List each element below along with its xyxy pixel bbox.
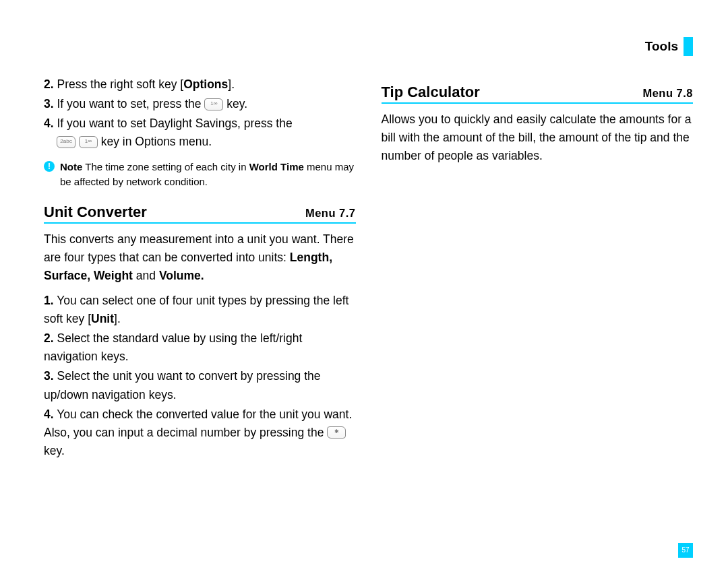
note-text: Note The time zone setting of each city … [60, 160, 356, 190]
unitconv-step-3: 3. Select the unit you want to convert b… [44, 367, 356, 403]
unitconv-step-4: 4. You can check the converted value for… [44, 406, 356, 460]
key-2-icon: 2abc [57, 136, 75, 148]
unit-converter-title: Unit Converter [44, 203, 147, 221]
header-title: Tools [645, 37, 684, 56]
unitconv-step-2: 2. Select the standard value by using th… [44, 329, 356, 366]
worldtime-step-3: 3. If you want to set, press the 1∞ key. [44, 95, 356, 113]
header-accent-bar [684, 37, 693, 56]
tip-calculator-menu: Menu 7.8 [642, 87, 693, 100]
tip-calculator-title: Tip Calculator [382, 84, 480, 101]
tip-calculator-intro: Allows you to quickly and easily calcula… [382, 110, 694, 165]
section-header-tip-calculator: Tip Calculator Menu 7.8 [382, 84, 694, 104]
key-star-icon: ✱ [327, 426, 346, 439]
page-number: 57 [678, 543, 693, 558]
section-header-unit-converter: Unit Converter Menu 7.7 [44, 203, 356, 224]
page-body: 2. Press the right soft key [Options]. 3… [0, 0, 728, 498]
info-icon: ! [44, 161, 55, 172]
page-header: Tools [645, 37, 693, 56]
worldtime-step-4: 4. If you want to set Daylight Savings, … [44, 115, 356, 151]
key-1-icon: 1∞ [79, 136, 98, 148]
worldtime-step-2: 2. Press the right soft key [Options]. [44, 75, 356, 94]
note-block: ! Note The time zone setting of each cit… [44, 160, 356, 190]
unit-converter-menu: Menu 7.7 [305, 207, 356, 220]
key-1-icon: 1∞ [204, 98, 223, 110]
unitconv-step-1: 1. You can select one of four unit types… [44, 292, 356, 328]
unit-converter-intro: This converts any measurement into a uni… [44, 230, 356, 285]
